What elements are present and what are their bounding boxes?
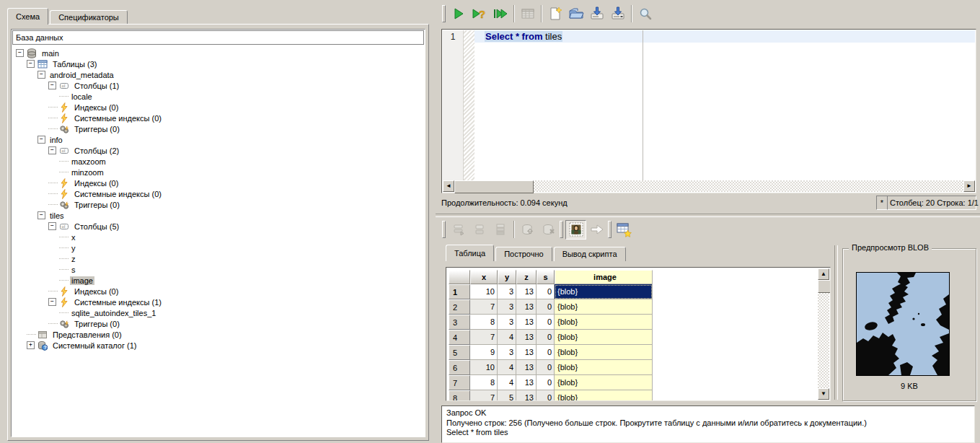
tree-node-indexes-info[interactable]: Индексы (0) — [13, 177, 425, 188]
tree-node-column-y[interactable]: y — [13, 242, 425, 253]
cell-y[interactable]: 3 — [498, 315, 516, 330]
cell-x[interactable]: 10 — [470, 360, 498, 375]
tree-node-sys-indexes-tiles[interactable]: −Системные индексы (1) — [13, 297, 425, 307]
collapse-icon[interactable]: − — [48, 146, 56, 154]
column-header-z[interactable]: z — [516, 270, 537, 284]
cell-s[interactable]: 0 — [537, 360, 555, 375]
cell-image[interactable]: {blob} — [555, 299, 653, 315]
collapse-icon[interactable]: − — [48, 82, 56, 89]
vertical-splitter[interactable] — [834, 245, 838, 400]
tree-node-indexes-android-metadata[interactable]: Индексы (0) — [13, 102, 425, 113]
open-sql-button[interactable] — [565, 4, 586, 24]
tree-node-db-main[interactable]: −main — [13, 48, 425, 58]
grid-vscroll-thumb[interactable] — [818, 280, 831, 293]
tree-node-columns-group-android-metadata[interactable]: −olСтолбцы (1) — [13, 80, 425, 91]
tree-node-indexes-tiles[interactable]: Индексы (0) — [13, 286, 425, 297]
tab-table[interactable]: Таблица — [446, 245, 494, 261]
tree-node-triggers-tiles[interactable]: Триггеры (0) — [13, 318, 425, 329]
collapse-icon[interactable]: − — [48, 298, 56, 306]
tree-node-views-group[interactable]: Представления (0) — [13, 329, 425, 340]
cell-image[interactable]: {blob} — [555, 360, 653, 375]
explain-query-button[interactable]: ? — [469, 4, 490, 24]
collapse-icon[interactable]: − — [48, 222, 56, 230]
cell-image[interactable]: {blob} — [555, 345, 653, 360]
cell-y[interactable]: 4 — [498, 360, 516, 375]
cell-z[interactable]: 13 — [516, 315, 537, 330]
tree-node-column-image[interactable]: image — [13, 275, 425, 286]
cell-s[interactable]: 0 — [537, 390, 555, 401]
tab-schema[interactable]: Схема — [7, 8, 48, 25]
cell-y[interactable]: 5 — [498, 390, 516, 401]
column-header-image[interactable]: image — [555, 270, 653, 284]
cell-z[interactable]: 13 — [516, 330, 537, 345]
tree-node-column-maxzoom[interactable]: maxzoom — [13, 156, 425, 167]
cell-z[interactable]: 13 — [516, 299, 537, 315]
tree-node-triggers-info[interactable]: Триггеры (0) — [13, 199, 425, 210]
row-header[interactable]: 2 — [449, 299, 470, 315]
cell-x[interactable]: 7 — [470, 299, 498, 315]
cell-y[interactable]: 3 — [498, 345, 516, 360]
tree-node-sys-indexes-android-metadata[interactable]: Системные индексы (0) — [13, 113, 425, 123]
create-view-button[interactable] — [614, 220, 635, 240]
find-button[interactable] — [635, 4, 655, 24]
collapse-icon[interactable]: − — [16, 49, 24, 57]
cell-y[interactable]: 3 — [498, 299, 516, 315]
tree-node-column-z[interactable]: z — [13, 253, 425, 264]
toolbar-grip[interactable] — [608, 221, 612, 238]
scroll-down-icon[interactable]: ▼ — [818, 388, 829, 400]
tab-specificators[interactable]: Спецификаторы — [50, 10, 128, 25]
tree-node-system-catalog-group[interactable]: +?Системный каталог (1) — [13, 340, 425, 351]
horizontal-splitter[interactable] — [436, 214, 980, 217]
cell-z[interactable]: 13 — [516, 345, 537, 360]
row-header[interactable]: 1 — [449, 284, 470, 299]
column-header-x[interactable]: x — [470, 270, 498, 284]
row-header[interactable]: 8 — [449, 390, 470, 401]
row-header[interactable]: 4 — [449, 330, 470, 345]
cell-s[interactable]: 0 — [537, 345, 555, 360]
cell-x[interactable]: 7 — [470, 390, 498, 401]
save-sql-button[interactable] — [586, 4, 607, 24]
cell-x[interactable]: 9 — [470, 345, 498, 360]
cell-z[interactable]: 13 — [516, 375, 537, 390]
cell-y[interactable]: 4 — [498, 330, 516, 345]
execute-all-button[interactable] — [490, 4, 511, 24]
row-header[interactable]: 6 — [449, 360, 470, 375]
tree-node-index-sqlite-autoindex-tiles-1[interactable]: sqlite_autoindex_tiles_1 — [13, 307, 425, 318]
sql-editor[interactable]: 1 Select * from tiles ◄ ► — [441, 29, 976, 193]
save-as-sql-button[interactable] — [607, 4, 628, 24]
collapse-icon[interactable]: − — [27, 60, 35, 68]
cell-s[interactable]: 0 — [537, 315, 555, 330]
tab-row-view[interactable]: Построчно — [495, 247, 552, 261]
row-header[interactable]: 5 — [449, 345, 470, 360]
toolbar-grip[interactable] — [560, 221, 563, 238]
tree-node-sys-indexes-info[interactable]: Системные индексы (0) — [13, 188, 425, 199]
cell-s[interactable]: 0 — [537, 330, 555, 345]
column-header-y[interactable]: y — [498, 270, 516, 284]
tree-node-table-tiles[interactable]: −tiles — [13, 210, 425, 221]
collapse-icon[interactable]: − — [37, 211, 45, 219]
cell-x[interactable]: 7 — [470, 330, 498, 345]
cell-z[interactable]: 13 — [516, 360, 537, 375]
cell-image[interactable]: {blob} — [555, 375, 653, 390]
tab-script-output[interactable]: Вывод скрипта — [554, 247, 626, 261]
grid-corner-header[interactable] — [449, 270, 470, 284]
column-header-s[interactable]: s — [537, 270, 555, 284]
tree-node-columns-group-info[interactable]: −olСтолбцы (2) — [13, 145, 425, 156]
expand-icon[interactable]: + — [27, 341, 35, 349]
scroll-up-icon[interactable]: ▲ — [818, 268, 829, 280]
tree-node-column-locale[interactable]: locale — [13, 91, 425, 102]
cell-image[interactable]: {blob} — [555, 330, 653, 345]
sql-text-area[interactable]: Select * from tiles — [474, 30, 975, 180]
cell-z[interactable]: 13 — [516, 284, 537, 299]
row-header[interactable]: 3 — [449, 315, 470, 330]
tree-node-column-x[interactable]: x — [13, 232, 425, 242]
cell-y[interactable]: 4 — [498, 375, 516, 390]
cell-s[interactable]: 0 — [537, 299, 555, 315]
row-header[interactable]: 7 — [449, 375, 470, 390]
tree-node-columns-group-tiles[interactable]: −olСтолбцы (5) — [13, 221, 425, 232]
tree-node-triggers-android-metadata[interactable]: Триггеры (0) — [13, 123, 425, 134]
cell-s[interactable]: 0 — [537, 375, 555, 390]
tree-node-column-s[interactable]: s — [13, 264, 425, 275]
toolbar-grip[interactable] — [442, 5, 446, 22]
cell-x[interactable]: 8 — [470, 315, 498, 330]
